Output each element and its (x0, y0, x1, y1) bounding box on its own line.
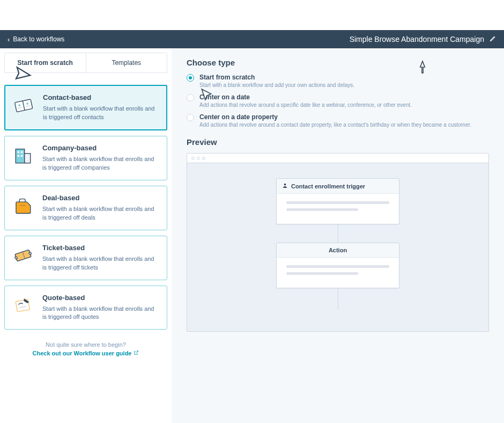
flow-connector (338, 224, 338, 243)
svg-rect-6 (16, 149, 25, 163)
card-title: Contact-based (43, 93, 159, 101)
back-label: Back to workflows (13, 35, 64, 43)
preview-window-bar (187, 154, 488, 163)
svg-rect-7 (25, 154, 31, 163)
window-dot-icon (202, 157, 205, 160)
radio-indicator (187, 74, 194, 82)
contact-icon (12, 93, 35, 117)
skeleton-line (286, 201, 389, 204)
card-desc: Start with a blank workflow that enrolls… (42, 305, 159, 322)
preview-canvas: Contact enrollment trigger Action (187, 163, 488, 331)
svg-rect-12 (26, 156, 28, 157)
type-radio-group: Start from scratch Start with a blank wo… (187, 74, 489, 128)
ticket-icon (11, 244, 35, 267)
card-desc: Start with a blank workflow that enrolls… (42, 155, 159, 172)
radio-sub: Add actions that revolve around a contac… (199, 122, 471, 128)
card-contact-based[interactable]: Contact-based Start with a blank workflo… (4, 85, 167, 130)
preview-trigger-card: Contact enrollment trigger (276, 178, 399, 224)
workflow-guide-link[interactable]: Check out our Workflow user guide (33, 350, 139, 356)
right-panel: Choose type Start from scratch Start wit… (172, 48, 504, 423)
workflow-title: Simple Browse Abandonment Campaign (350, 35, 484, 43)
card-title: Quote-based (42, 294, 159, 302)
company-icon (11, 144, 35, 167)
window-dot-icon (197, 157, 200, 160)
svg-rect-13 (26, 158, 28, 160)
main-layout: Start from scratch Templates Contact-bas… (0, 48, 504, 423)
preview-action-card: Action (276, 243, 399, 288)
radio-label: Center on a date (199, 93, 412, 101)
svg-point-21 (284, 184, 286, 186)
skeleton-line (286, 208, 358, 211)
card-title: Deal-based (42, 194, 159, 202)
card-ticket-based[interactable]: Ticket-based Start with a blank workflow… (4, 236, 167, 280)
svg-point-16 (14, 256, 17, 259)
radio-label: Start from scratch (199, 74, 354, 81)
preview-trigger-head: Contact enrollment trigger (277, 179, 399, 194)
tab-templates[interactable]: Templates (86, 53, 167, 72)
quote-icon (11, 294, 35, 317)
tab-bar: Start from scratch Templates (4, 53, 167, 73)
window-dot-icon (191, 157, 195, 160)
svg-rect-8 (18, 151, 19, 153)
workflow-type-cards: Contact-based Start with a blank workflo… (4, 85, 167, 330)
card-desc: Start with a blank workflow that enrolls… (43, 105, 159, 122)
radio-label: Center on a date property (199, 113, 471, 121)
svg-rect-15 (15, 250, 31, 261)
chevron-left-icon: ‹ (8, 35, 10, 43)
tab-start-from-scratch[interactable]: Start from scratch (5, 53, 86, 72)
card-title: Company-based (42, 144, 159, 152)
help-area: Not quite sure where to begin? Check out… (4, 341, 167, 356)
external-link-icon (134, 350, 139, 356)
choose-type-heading: Choose type (187, 58, 489, 67)
radio-center-on-date[interactable]: Center on a date Add actions that revolv… (187, 93, 489, 108)
back-to-workflows-link[interactable]: ‹ Back to workflows (8, 35, 64, 43)
card-deal-based[interactable]: Deal-based Start with a blank workflow t… (4, 186, 167, 230)
contact-icon (282, 183, 288, 189)
svg-rect-9 (21, 151, 23, 153)
card-quote-based[interactable]: Quote-based Start with a blank workflow … (4, 286, 167, 330)
left-panel: Start from scratch Templates Contact-bas… (0, 48, 172, 423)
app-header: ‹ Back to workflows Simple Browse Abando… (0, 30, 504, 48)
radio-sub: Add actions that revolve around a specif… (199, 102, 412, 108)
radio-sub: Start with a blank workflow and add your… (199, 82, 354, 88)
help-prompt: Not quite sure where to begin? (4, 341, 167, 348)
deal-icon (11, 194, 35, 217)
radio-indicator (187, 114, 194, 121)
preview-heading: Preview (187, 137, 489, 147)
svg-point-17 (28, 252, 31, 254)
svg-rect-14 (20, 205, 26, 206)
preview-area: Contact enrollment trigger Action (187, 153, 489, 332)
svg-rect-10 (18, 155, 19, 157)
card-company-based[interactable]: Company-based Start with a blank workflo… (4, 136, 167, 180)
card-title: Ticket-based (42, 244, 159, 252)
skeleton-line (286, 272, 358, 275)
svg-rect-11 (21, 155, 23, 157)
radio-indicator (187, 94, 194, 101)
radio-start-from-scratch[interactable]: Start from scratch Start with a blank wo… (187, 74, 489, 88)
flow-connector (338, 288, 338, 310)
preview-action-head: Action (277, 243, 399, 258)
card-desc: Start with a blank workflow that enrolls… (42, 255, 159, 272)
pencil-icon[interactable] (490, 35, 496, 43)
card-desc: Start with a blank workflow that enrolls… (42, 205, 159, 222)
skeleton-line (286, 265, 389, 268)
workflow-title-area: Simple Browse Abandonment Campaign (350, 35, 496, 43)
radio-center-on-date-property[interactable]: Center on a date property Add actions th… (187, 113, 489, 128)
